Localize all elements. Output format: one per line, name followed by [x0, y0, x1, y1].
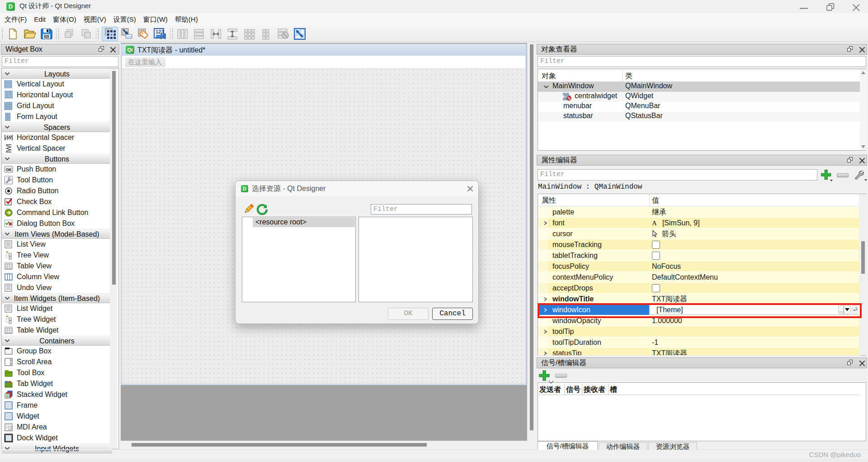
- svg-text:OK: OK: [6, 167, 12, 172]
- svg-text:A: A: [652, 219, 657, 226]
- svg-text:123: 123: [156, 29, 164, 34]
